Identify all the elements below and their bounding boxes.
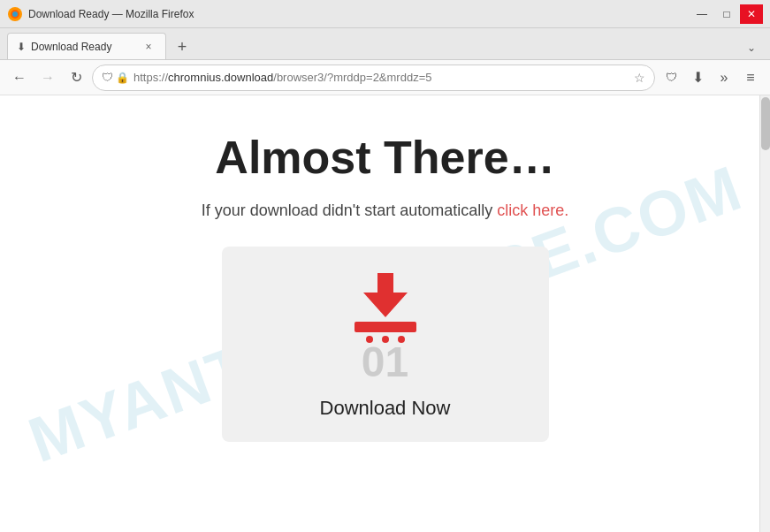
page-content: MYANTISPYWARE.COM Almost There… If your …	[0, 95, 770, 532]
title-bar-left: Download Ready — Mozilla Firefox	[7, 6, 194, 22]
address-bar[interactable]: 🛡 🔒 https://chromnius.download/browser3/…	[92, 65, 655, 91]
address-icons-right: ☆	[634, 71, 645, 85]
scrollbar-track	[759, 95, 770, 532]
nav-right-buttons: 🛡 ⬇ » ≡	[659, 65, 763, 90]
minimize-button[interactable]: —	[690, 4, 713, 24]
synced-tabs-button[interactable]: 🛡	[659, 65, 683, 90]
url-domain: chromnius.download	[168, 71, 273, 84]
firefox-logo-icon	[7, 6, 23, 22]
shield-icon: 🛡	[102, 71, 113, 84]
downloads-button[interactable]: ⬇	[685, 65, 710, 90]
nav-bar: ← → ↻ 🛡 🔒 https://chromnius.download/bro…	[0, 60, 770, 95]
click-here-link[interactable]: click here.	[497, 201, 568, 219]
main-heading: Almost There…	[215, 131, 554, 184]
url-prefix: https://	[133, 71, 168, 84]
maximize-button[interactable]: □	[715, 4, 738, 24]
svg-point-2	[12, 11, 18, 17]
back-button[interactable]: ←	[7, 65, 32, 90]
dl-dot-3	[398, 336, 405, 343]
active-tab[interactable]: ⬇ Download Ready ×	[7, 33, 166, 59]
scrollbar-thumb[interactable]	[761, 97, 770, 150]
content-main: Almost There… If your download didn't st…	[18, 131, 752, 442]
window-title: Download Ready — Mozilla Firefox	[28, 8, 194, 20]
download-nav-icon: ⬇	[692, 69, 704, 86]
close-button[interactable]: ✕	[740, 4, 763, 24]
url-path: /browser3/?mrddp=2&mrddz=5	[273, 71, 431, 84]
dl-dot-1	[366, 336, 373, 343]
url-display[interactable]: https://chromnius.download/browser3/?mrd…	[133, 71, 629, 84]
tab-close-button[interactable]: ×	[141, 39, 156, 55]
dl-tray	[355, 322, 416, 332]
tab-bar: ⬇ Download Ready × + ⌄	[0, 28, 770, 60]
hamburger-icon: ≡	[746, 70, 754, 86]
more-tools-button[interactable]: »	[712, 65, 736, 90]
dl-arrow	[363, 293, 408, 317]
download-now-label[interactable]: Download Now	[320, 397, 451, 420]
lock-icon: 🔒	[116, 72, 129, 84]
download-icon	[355, 273, 416, 332]
subtitle-text: If your download didn't start automatica…	[202, 201, 569, 220]
address-icons-left: 🛡 🔒	[102, 71, 129, 84]
title-bar-controls: — □ ✕	[690, 4, 763, 24]
tab-list-button[interactable]: ⌄	[740, 36, 763, 59]
more-tools-icon: »	[720, 70, 728, 86]
tab-label: Download Ready	[31, 41, 135, 53]
forward-button[interactable]: →	[35, 65, 60, 90]
dl-dot-2	[382, 336, 389, 343]
menu-button[interactable]: ≡	[738, 65, 763, 90]
tab-bar-right: ⌄	[740, 36, 763, 59]
bookmark-icon[interactable]: ☆	[634, 71, 645, 85]
title-bar: Download Ready — Mozilla Firefox — □ ✕	[0, 0, 770, 28]
dl-shaft	[377, 273, 393, 293]
new-tab-button[interactable]: +	[170, 34, 194, 59]
download-card: 01 Download Now	[222, 247, 549, 442]
subtitle-static: If your download didn't start automatica…	[202, 201, 498, 219]
tab-download-icon: ⬇	[17, 41, 26, 53]
dl-number: 01	[362, 341, 408, 384]
reload-button[interactable]: ↻	[64, 65, 88, 90]
